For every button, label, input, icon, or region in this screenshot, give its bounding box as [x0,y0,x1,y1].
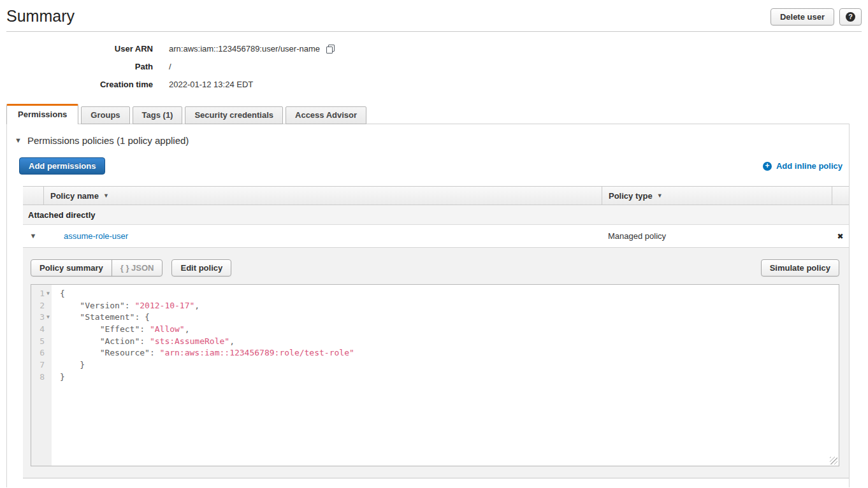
sort-icon: ▼ [103,192,109,199]
line-number: 3 [40,312,45,324]
code-token: } [60,372,65,382]
help-icon: ? [846,12,855,22]
table-header-row: Policy name ▼ Policy type ▼ [23,186,849,205]
code-token: : [140,336,150,346]
detail-row: Creation time2022-01-12 13:24 EDT [0,75,868,93]
code-token: "Resource" [100,348,150,357]
remove-policy-icon[interactable]: ✖ [837,233,843,240]
column-policy-name[interactable]: Policy name ▼ [43,187,602,205]
json-editor[interactable]: 1▼23▼45678 { "Version": "2012-10-17", "S… [31,284,839,466]
delete-user-button[interactable]: Delete user [770,8,834,25]
collapse-icon: ▼ [15,137,22,144]
gutter-line: 1▼ [31,288,52,300]
detail-label: Path [0,62,153,71]
code-token: : [140,324,150,334]
code-token [60,301,80,310]
code-line: } [60,359,354,371]
code-token: "Allow" [150,324,185,334]
tab-permissions[interactable]: Permissions [6,104,78,124]
copy-icon[interactable] [326,45,334,53]
gutter-line: 3▼ [31,312,52,324]
code-token: "Version" [80,301,124,310]
line-number: 6 [40,347,45,359]
add-permissions-button[interactable]: Add permissions [19,157,105,175]
page-title: Summary [6,6,75,25]
column-policy-type-label: Policy type [609,191,653,201]
gutter-line: 7 [31,359,52,371]
header-divider [6,31,862,32]
code-token [60,312,80,322]
code-token [60,324,100,334]
code-line: { [60,288,354,300]
column-policy-type[interactable]: Policy type ▼ [602,187,832,205]
policy-name-link[interactable]: assume-role-user [64,231,128,241]
plus-icon: + [763,162,772,171]
code-line: } [60,371,354,384]
editor-code[interactable]: { "Version": "2012-10-17", "Statement": … [52,285,354,466]
edit-policy-button[interactable]: Edit policy [171,259,231,276]
row-expander-icon[interactable]: ▼ [30,233,37,240]
section-title: Permissions policies (1 policy applied) [27,135,189,146]
permissions-tab-panel: ▼ Permissions policies (1 policy applied… [6,124,850,487]
header-actions: Delete user ? [770,6,862,25]
code-token: "Effect" [100,324,140,334]
line-number: 5 [40,336,45,348]
simulate-policy-button[interactable]: Simulate policy [761,259,839,276]
gutter-line: 8 [31,371,52,384]
code-line: "Statement": { [60,312,354,324]
gutter-line: 5 [31,336,52,348]
code-token: , [229,336,235,346]
line-number: 8 [40,371,45,384]
code-line: "Effect": "Allow", [60,324,354,336]
policy-summary-button[interactable]: Policy summary [31,259,112,276]
detail-value: / [169,62,171,71]
add-inline-policy-label: Add inline policy [776,161,843,171]
fold-icon[interactable]: ▼ [45,288,52,300]
code-token: , [185,324,190,334]
line-number: 2 [40,300,45,312]
editor-gutter: 1▼23▼45678 [31,285,52,466]
detail-row: User ARNarn:aws:iam::123456789:user/user… [0,39,868,57]
policy-detail-area: Policy summary { } JSON Edit policy Simu… [23,247,849,478]
expander-column-header [23,187,43,205]
detail-rows: User ARNarn:aws:iam::123456789:user/user… [0,39,868,93]
code-token: "2012-10-17" [134,301,194,310]
policy-type-value: Managed policy [602,225,832,247]
code-token: { [60,289,65,298]
sort-icon: ▼ [657,192,663,199]
detail-value: arn:aws:iam::123456789:user/user-name [169,44,320,54]
gutter-line: 2 [31,300,52,312]
json-button[interactable]: { } JSON [112,259,163,276]
iam-user-summary-page: Summary Delete user ? User ARNarn:aws:ia… [0,0,868,488]
editor-resize-handle[interactable] [830,457,837,464]
line-number: 7 [40,359,45,371]
help-button[interactable]: ? [839,8,862,25]
code-token: } [60,360,85,370]
detail-label: User ARN [0,44,153,54]
policy-view-toolbar: Policy summary { } JSON Edit policy Simu… [31,259,839,276]
group-header-row: Attached directly [23,205,849,225]
tab-groups[interactable]: Groups [81,106,129,124]
tab-tags-1[interactable]: Tags (1) [133,106,183,124]
page-header: Summary Delete user ? [0,0,868,25]
code-token: "sts:AssumeRole" [150,336,229,346]
tab-bar: PermissionsGroupsTags (1)Security creden… [6,104,868,124]
code-token: : [150,348,160,357]
code-token: "Action" [100,336,140,346]
detail-value: 2022-01-12 13:24 EDT [169,80,253,89]
tab-security-credentials[interactable]: Security credentials [185,106,283,124]
permissions-toolbar: Add permissions + Add inline policy [19,157,843,175]
policy-view-switch: Policy summary { } JSON [31,259,163,276]
code-line: "Version": "2012-10-17", [60,300,354,312]
permissions-policies-section-header[interactable]: ▼ Permissions policies (1 policy applied… [15,133,849,147]
gutter-line: 4 [31,324,52,336]
detail-row: Path/ [0,57,868,75]
code-token [60,336,100,346]
tab-access-advisor[interactable]: Access Advisor [286,106,366,124]
code-token: "Statement" [80,312,134,322]
gutter-line: 6 [31,347,52,359]
fold-icon[interactable]: ▼ [45,312,52,324]
code-token: , [194,301,199,310]
add-inline-policy-link[interactable]: + Add inline policy [763,161,843,171]
table-row: ▼ assume-role-user Managed policy ✖ [23,225,849,247]
